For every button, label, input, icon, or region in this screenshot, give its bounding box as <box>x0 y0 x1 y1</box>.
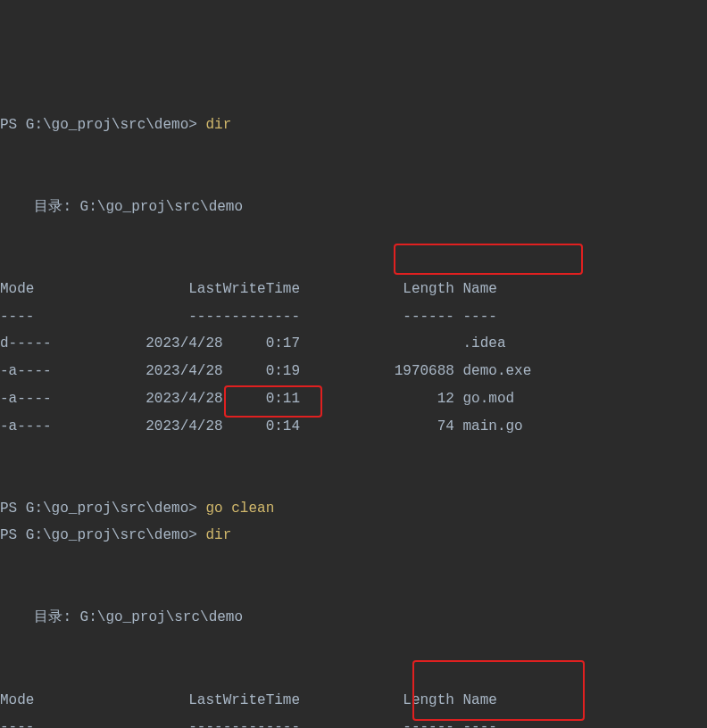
col-header-mode: Mode LastWriteTime Length Name <box>0 281 497 297</box>
command-dir-1: dir <box>205 117 231 133</box>
ps-prompt: PS G:\go_proj\src\demo> <box>0 117 205 133</box>
directory-header-2: 目录: G:\go_proj\src\demo <box>34 609 243 625</box>
col-sep-2: ---- ------------- ------ ---- <box>0 719 497 728</box>
listing-rows-1: d----- 2023/4/28 0:17 .idea -a---- 2023/… <box>0 335 531 434</box>
directory-header-1: 目录: G:\go_proj\src\demo <box>34 199 243 215</box>
command-dir-2: dir <box>205 527 231 543</box>
col-header-mode-2: Mode LastWriteTime Length Name <box>0 692 497 708</box>
col-sep: ---- ------------- ------ ---- <box>0 309 497 325</box>
command-go-clean: go clean <box>205 500 274 517</box>
ps-prompt: PS G:\go_proj\src\demo> <box>0 500 205 517</box>
terminal-output[interactable]: PS G:\go_proj\src\demo> dir 目录: G:\go_pr… <box>0 110 707 728</box>
ps-prompt: PS G:\go_proj\src\demo> <box>0 527 205 543</box>
